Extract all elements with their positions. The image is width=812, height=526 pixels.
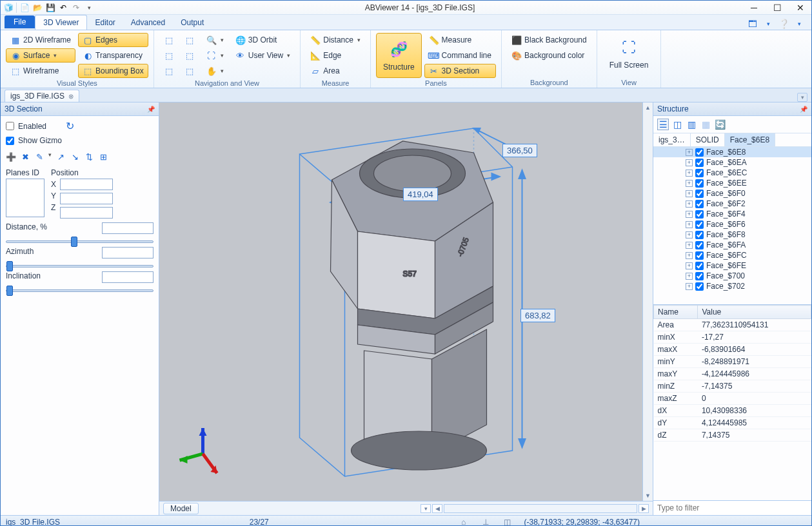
y-input[interactable] bbox=[60, 193, 113, 204]
tree-row[interactable]: +Face_$6FE bbox=[653, 260, 811, 271]
save-icon[interactable]: 💾 bbox=[45, 3, 55, 13]
expand-icon[interactable]: + bbox=[686, 180, 693, 187]
planes-id-box[interactable] bbox=[6, 179, 45, 217]
plane-tool-icon[interactable]: ✎ bbox=[34, 151, 45, 162]
expand-icon[interactable]: + bbox=[686, 283, 693, 290]
azimuth-input[interactable] bbox=[102, 247, 153, 258]
nav-icon-6[interactable]: ⬚ bbox=[180, 64, 199, 78]
nav-icon-2[interactable]: ⬚ bbox=[180, 33, 199, 47]
tree-checkbox[interactable] bbox=[695, 251, 704, 260]
nav-icon-4[interactable]: ⬚ bbox=[180, 48, 199, 63]
expand-icon[interactable]: + bbox=[686, 200, 693, 208]
command-line-button[interactable]: ⌨Command line bbox=[424, 48, 496, 63]
pin-icon[interactable]: 📌 bbox=[800, 106, 807, 113]
tree-row[interactable]: +Face_$6FA bbox=[653, 240, 811, 250]
model-tab[interactable]: Model bbox=[163, 503, 199, 514]
dropdown-icon[interactable]: ▾ bbox=[793, 18, 805, 30]
plane-remove-icon[interactable]: ✖ bbox=[20, 151, 30, 162]
distance-slider[interactable] bbox=[6, 240, 153, 243]
tree-row[interactable]: +Face_$6E8 bbox=[653, 147, 811, 157]
expand-icon[interactable]: + bbox=[686, 273, 693, 280]
status-icon[interactable]: ⌂ bbox=[459, 517, 469, 527]
tree-row[interactable]: +Face_$6F2 bbox=[653, 199, 811, 209]
minimize-button[interactable]: ─ bbox=[746, 2, 762, 14]
tree-checkbox[interactable] bbox=[695, 210, 704, 219]
tree-checkbox[interactable] bbox=[695, 262, 704, 270]
structure-view-icon[interactable]: ☰ bbox=[657, 119, 669, 130]
tree-checkbox[interactable] bbox=[695, 200, 704, 208]
wireframe-button[interactable]: ⬚Wireframe bbox=[6, 64, 75, 78]
measure-panel-button[interactable]: 📏Measure bbox=[424, 33, 496, 47]
plane-add-icon[interactable]: ➕ bbox=[6, 151, 16, 162]
maximize-button[interactable]: ☐ bbox=[769, 2, 786, 14]
hscroll-expand[interactable]: ▾ bbox=[421, 504, 431, 513]
expand-icon[interactable]: + bbox=[686, 252, 693, 259]
document-tab[interactable]: igs_3D File.IGS⊗ bbox=[5, 90, 79, 102]
refresh-section-icon[interactable]: ↻ bbox=[66, 120, 74, 132]
plane-tool-icon[interactable]: ⇅ bbox=[84, 151, 94, 162]
window-icon[interactable]: 🗔 bbox=[747, 18, 758, 30]
distance-button[interactable]: 📏Distance▾ bbox=[306, 33, 365, 47]
breadcrumb-item[interactable]: igs_3… bbox=[653, 133, 691, 146]
tree-row[interactable]: +Face_$702 bbox=[653, 281, 811, 291]
close-tab-icon[interactable]: ⊗ bbox=[68, 93, 74, 100]
structure-view-icon[interactable]: ◫ bbox=[671, 119, 683, 130]
transparency-button[interactable]: ◐Transparency bbox=[78, 48, 148, 63]
hscroll-track[interactable] bbox=[444, 504, 637, 513]
structure-view-icon[interactable]: ▦ bbox=[700, 119, 711, 130]
expand-icon[interactable]: + bbox=[686, 262, 693, 269]
expand-icon[interactable]: + bbox=[686, 170, 693, 177]
hscroll-left[interactable]: ◀ bbox=[432, 504, 442, 513]
area-button[interactable]: ▱Area bbox=[306, 64, 365, 78]
tree-checkbox[interactable] bbox=[695, 179, 704, 188]
pan-button[interactable]: ✋▾ bbox=[202, 64, 228, 78]
help-icon[interactable]: ❔ bbox=[778, 18, 789, 30]
breadcrumb-item[interactable]: SOLID bbox=[691, 133, 725, 146]
tree-checkbox[interactable] bbox=[695, 241, 704, 249]
tab-advanced[interactable]: Advanced bbox=[123, 15, 173, 30]
tree-checkbox[interactable] bbox=[695, 148, 704, 157]
tab-output[interactable]: Output bbox=[173, 15, 212, 30]
expand-icon[interactable]: + bbox=[686, 190, 693, 197]
tree-checkbox[interactable] bbox=[695, 159, 704, 167]
undo-icon[interactable]: ↶ bbox=[58, 3, 68, 13]
3d-viewport[interactable]: S57 -0705 366,50 419,04 683,82 ▲▼ bbox=[159, 102, 653, 501]
surface-button[interactable]: ◉Surface▾ bbox=[6, 48, 75, 63]
azimuth-slider[interactable] bbox=[6, 265, 153, 268]
breadcrumb-item[interactable]: Face_$6E8 bbox=[725, 133, 775, 146]
status-icon[interactable]: ◫ bbox=[502, 517, 513, 527]
3d-orbit-button[interactable]: 🌐3D Orbit bbox=[231, 33, 295, 47]
show-gizmo-checkbox[interactable]: Show Gizmo bbox=[6, 136, 153, 145]
full-screen-button[interactable]: ⛶Full Screen bbox=[602, 33, 656, 74]
structure-view-icon[interactable]: ▥ bbox=[686, 119, 697, 130]
plane-tool-icon[interactable]: ↘ bbox=[70, 151, 80, 162]
new-icon[interactable]: 📄 bbox=[19, 3, 30, 13]
tree-row[interactable]: +Face_$6F8 bbox=[653, 229, 811, 240]
tabs-expand-icon[interactable]: ▾ bbox=[797, 93, 807, 102]
plane-tool-icon[interactable]: ⊞ bbox=[98, 151, 108, 162]
tree-checkbox[interactable] bbox=[695, 231, 704, 239]
tree-row[interactable]: +Face_$6F4 bbox=[653, 209, 811, 219]
tree-row[interactable]: +Face_$6F0 bbox=[653, 188, 811, 199]
expand-icon[interactable]: + bbox=[686, 242, 693, 249]
zoom-button[interactable]: 🔍▾ bbox=[202, 33, 228, 47]
user-view-button[interactable]: 👁User View▾ bbox=[231, 48, 295, 63]
2d-wireframe-button[interactable]: ▦2D Wireframe bbox=[6, 33, 75, 47]
edge-button[interactable]: 📐Edge bbox=[306, 48, 365, 63]
pin-icon[interactable]: 📌 bbox=[147, 106, 155, 113]
tab-file[interactable]: File bbox=[5, 15, 35, 28]
redo-icon[interactable]: ↷ bbox=[71, 3, 81, 13]
enabled-checkbox[interactable]: Enabled bbox=[6, 122, 46, 131]
nav-icon-1[interactable]: ⬚ bbox=[159, 33, 179, 47]
tree-row[interactable]: +Face_$6EA bbox=[653, 157, 811, 168]
open-icon[interactable]: 📂 bbox=[32, 3, 43, 13]
tab-editor[interactable]: Editor bbox=[87, 15, 123, 30]
structure-tree[interactable]: +Face_$6E8+Face_$6EA+Face_$6EC+Face_$6EE… bbox=[653, 147, 811, 305]
expand-icon[interactable]: + bbox=[686, 149, 693, 156]
expand-icon[interactable]: + bbox=[686, 231, 693, 239]
tree-checkbox[interactable] bbox=[695, 169, 704, 177]
inclination-input[interactable] bbox=[102, 271, 153, 283]
tab-3d-viewer[interactable]: 3D Viewer bbox=[35, 15, 87, 30]
structure-big-button[interactable]: 🧬Structure bbox=[376, 33, 422, 78]
inclination-slider[interactable] bbox=[6, 289, 153, 292]
